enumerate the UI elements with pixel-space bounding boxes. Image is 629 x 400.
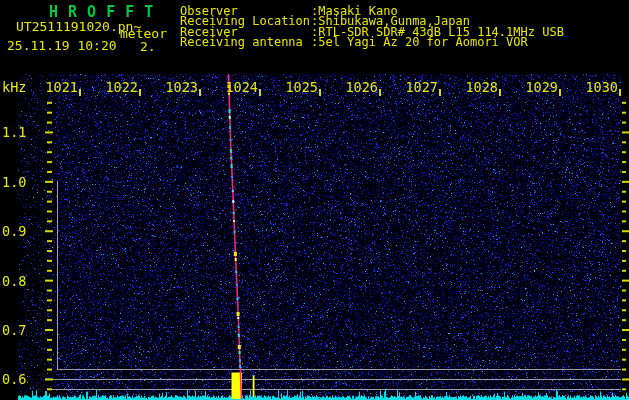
info-value: :5el Yagi Az 20 for Aomori VOR xyxy=(311,35,528,49)
time-tick-label: 1028 xyxy=(462,79,498,95)
info-row-antenna: Receiving antenna:5el Yagi Az 20 for Aom… xyxy=(180,37,564,47)
spectrogram-canvas xyxy=(0,0,629,400)
station-info: Observer:Masaki Kano Receiving Location:… xyxy=(180,6,564,48)
freq-unit-label: kHz xyxy=(2,79,26,95)
time-tick-label: 1026 xyxy=(342,79,378,95)
freq-tick-label: 0.6 xyxy=(2,371,26,387)
echo-counter: 2. xyxy=(140,39,156,54)
time-tick-label: 1029 xyxy=(522,79,558,95)
info-label: Receiving antenna xyxy=(180,37,311,47)
time-tick-label: 1024 xyxy=(222,79,258,95)
time-tick-label: 1030 xyxy=(582,79,618,95)
freq-tick-label: 0.8 xyxy=(2,273,26,289)
freq-tick-label: 1.0 xyxy=(2,174,26,190)
time-tick-label: 1022 xyxy=(102,79,138,95)
time-tick-label: 1025 xyxy=(282,79,318,95)
time-tick-label: 1027 xyxy=(402,79,438,95)
time-tick-label: 1021 xyxy=(42,79,78,95)
hrofft-window: H R O F F T UT2511191020.pn~ meteor 25.1… xyxy=(0,0,629,400)
freq-tick-label: 0.9 xyxy=(2,223,26,239)
time-tick-label: 1023 xyxy=(162,79,198,95)
timestamp: 25.11.19 10:20 xyxy=(7,38,117,53)
freq-tick-label: 0.7 xyxy=(2,322,26,338)
freq-tick-label: 1.1 xyxy=(2,124,26,140)
